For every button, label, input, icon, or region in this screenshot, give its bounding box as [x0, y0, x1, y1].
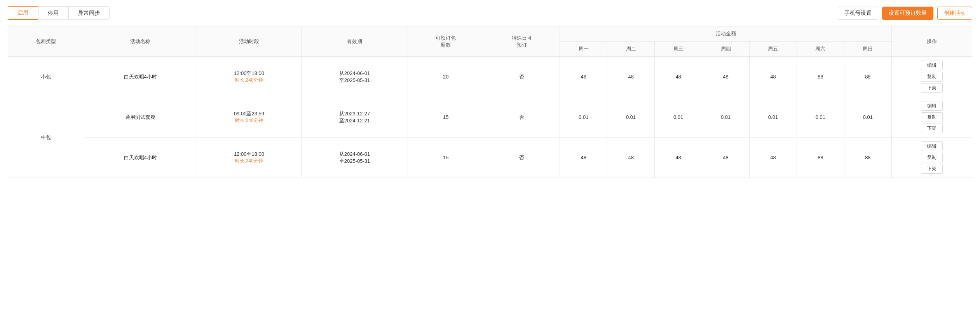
- table-row: 白天欢唱4小时 12:00至18:00 时长:240分钟 从2024-06-01…: [8, 138, 972, 178]
- th-operation: 操作: [891, 26, 972, 57]
- delist-button-2[interactable]: 下架: [921, 164, 943, 174]
- time-start-end: 09:00至23:59: [200, 110, 298, 117]
- validity-from: 从2024-06-01: [305, 151, 405, 158]
- set-quota-button[interactable]: 设置可预订数量: [882, 7, 933, 20]
- time-start-end: 12:00至18:00: [200, 70, 298, 77]
- time-period-cell: 09:00至23:59 时长:240分钟: [197, 97, 302, 138]
- fri-cell: 48: [750, 138, 797, 178]
- package-type-cell-zhong: 中包: [8, 97, 84, 178]
- th-sat: 周六: [797, 42, 844, 57]
- time-duration: 时长:240分钟: [200, 158, 298, 164]
- mon-cell: 0.01: [560, 97, 607, 138]
- tab-disable[interactable]: 停用: [38, 6, 68, 20]
- time-period-cell: 12:00至18:00 时长:240分钟: [197, 57, 302, 97]
- package-type-cell: 小包: [8, 57, 84, 97]
- tue-cell: 48: [607, 138, 655, 178]
- sun-cell: 88: [844, 138, 891, 178]
- delist-button-1[interactable]: 下架: [921, 124, 943, 133]
- action-cell: 编辑 复制 下架: [891, 138, 972, 178]
- copy-button-1[interactable]: 复制: [921, 112, 943, 122]
- wed-cell: 48: [655, 138, 702, 178]
- validity-from: 从2023-12-27: [305, 110, 405, 117]
- phone-setting-button[interactable]: 手机号设置: [838, 7, 878, 20]
- bookable-rooms-cell: 20: [408, 57, 484, 97]
- th-package-type: 包厢类型: [8, 26, 84, 57]
- activity-name-cell: 白天欢唱4小时: [84, 138, 197, 178]
- activity-name-cell: 通用测试套餐: [84, 97, 197, 138]
- copy-button-0[interactable]: 复制: [921, 72, 943, 82]
- tabs-container: 启用 停用 异常同步: [8, 6, 110, 20]
- validity-to: 至2025-05-31: [305, 77, 405, 84]
- time-start-end: 12:00至18:00: [200, 151, 298, 158]
- right-actions: 手机号设置 设置可预订数量 创建活动: [838, 7, 972, 20]
- delist-button-0[interactable]: 下架: [921, 83, 943, 93]
- sat-cell: 0.01: [797, 97, 844, 138]
- th-fri: 周五: [750, 42, 797, 57]
- bookable-rooms-cell: 15: [408, 138, 484, 178]
- thu-cell: 48: [702, 138, 750, 178]
- th-thu: 周四: [702, 42, 750, 57]
- sun-cell: 88: [844, 57, 891, 97]
- wed-cell: 48: [655, 57, 702, 97]
- th-sun: 周日: [844, 42, 891, 57]
- validity-cell: 从2024-06-01 至2025-05-31: [302, 138, 408, 178]
- action-cell: 编辑 复制 下架: [891, 97, 972, 138]
- top-bar: 启用 停用 异常同步 手机号设置 设置可预订数量 创建活动: [8, 6, 972, 20]
- tue-cell: 0.01: [607, 97, 655, 138]
- th-mon: 周一: [560, 42, 607, 57]
- time-duration: 时长:240分钟: [200, 117, 298, 124]
- create-activity-button[interactable]: 创建活动: [937, 7, 972, 20]
- th-tue: 周二: [607, 42, 655, 57]
- special-day-cell: 否: [484, 97, 560, 138]
- edit-button-1[interactable]: 编辑: [921, 101, 943, 111]
- edit-button-2[interactable]: 编辑: [921, 141, 943, 151]
- wed-cell: 0.01: [655, 97, 702, 138]
- th-wed: 周三: [655, 42, 702, 57]
- sat-cell: 88: [797, 57, 844, 97]
- validity-cell: 从2024-06-01 至2025-05-31: [302, 57, 408, 97]
- bookable-rooms-cell: 15: [408, 97, 484, 138]
- sun-cell: 0.01: [844, 97, 891, 138]
- fri-cell: 0.01: [750, 97, 797, 138]
- validity-to: 至2024-12-21: [305, 117, 405, 124]
- thu-cell: 48: [702, 57, 750, 97]
- action-cell: 编辑 复制 下架: [891, 57, 972, 97]
- validity-cell: 从2023-12-27 至2024-12-21: [302, 97, 408, 138]
- validity-to: 至2025-05-31: [305, 158, 405, 165]
- tab-abnormal-sync[interactable]: 异常同步: [68, 6, 110, 20]
- th-special-day: 特殊日可预订: [484, 26, 560, 57]
- thu-cell: 0.01: [702, 97, 750, 138]
- page-wrapper: 启用 停用 异常同步 手机号设置 设置可预订数量 创建活动 包厢类型 活动名称 …: [0, 0, 980, 184]
- special-day-cell: 否: [484, 138, 560, 178]
- table-row: 中包 通用测试套餐 09:00至23:59 时长:240分钟 从2023-12-…: [8, 97, 972, 138]
- table-row: 小包 白天欢唱4小时 12:00至18:00 时长:240分钟 从2024-06…: [8, 57, 972, 97]
- th-activity-name: 活动名称: [84, 26, 197, 57]
- activity-name-cell: 白天欢唱4小时: [84, 57, 197, 97]
- edit-button-0[interactable]: 编辑: [921, 61, 943, 70]
- th-activity-period: 活动时段: [197, 26, 302, 57]
- fri-cell: 48: [750, 57, 797, 97]
- activity-table: 包厢类型 活动名称 活动时段 有效期 可预订包厢数 特殊日可预订 活动金额 操作…: [8, 26, 972, 178]
- time-duration: 时长:240分钟: [200, 77, 298, 84]
- tab-enable[interactable]: 启用: [8, 6, 38, 20]
- mon-cell: 48: [560, 138, 607, 178]
- copy-button-2[interactable]: 复制: [921, 153, 943, 162]
- validity-from: 从2024-06-01: [305, 70, 405, 77]
- tue-cell: 48: [607, 57, 655, 97]
- time-period-cell: 12:00至18:00 时长:240分钟: [197, 138, 302, 178]
- special-day-cell: 否: [484, 57, 560, 97]
- th-activity-amount: 活动金额: [560, 26, 892, 42]
- mon-cell: 48: [560, 57, 607, 97]
- sat-cell: 88: [797, 138, 844, 178]
- th-validity: 有效期: [302, 26, 408, 57]
- th-bookable-rooms: 可预订包厢数: [408, 26, 484, 57]
